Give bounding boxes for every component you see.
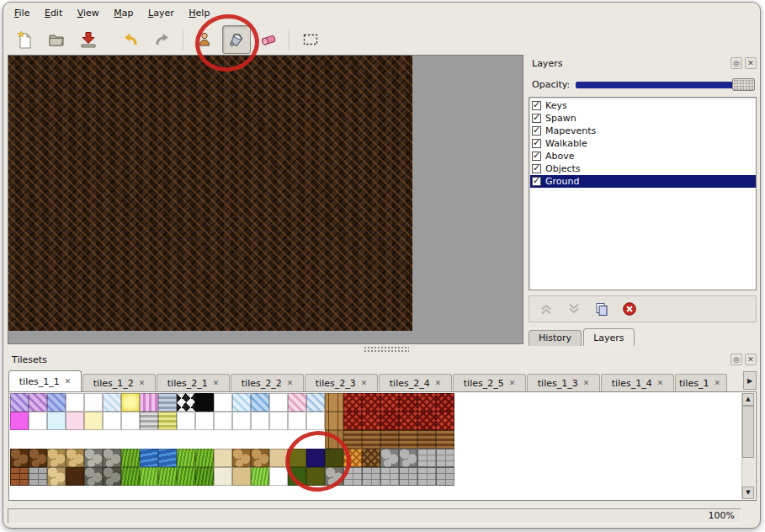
palette-tile[interactable] xyxy=(380,412,399,430)
palette-tile[interactable] xyxy=(269,449,288,467)
tab-close-icon[interactable]: ✕ xyxy=(509,379,516,387)
select-tool-button[interactable] xyxy=(296,25,325,54)
tileset-tab-tiles_2_1[interactable]: tiles_2_1✕ xyxy=(157,374,230,391)
palette-tile[interactable] xyxy=(436,449,454,467)
layer-row-walkable[interactable]: Walkable xyxy=(530,137,756,150)
palette-tile[interactable] xyxy=(177,393,195,412)
move-layer-up-button[interactable] xyxy=(538,301,555,317)
palette-tile[interactable] xyxy=(214,393,232,412)
layer-row-ground[interactable]: Ground xyxy=(530,175,756,188)
palette-tile[interactable] xyxy=(84,393,103,412)
palette-tile[interactable] xyxy=(47,412,66,430)
layer-visibility-checkbox[interactable] xyxy=(532,114,541,123)
palette-tile[interactable] xyxy=(380,393,399,412)
palette-tile[interactable] xyxy=(399,467,417,486)
palette-tile[interactable] xyxy=(140,467,158,486)
menu-file[interactable]: File xyxy=(8,5,35,22)
tab-close-icon[interactable]: ✕ xyxy=(657,379,664,387)
scroll-down-icon[interactable]: ▼ xyxy=(742,487,754,499)
palette-tile[interactable] xyxy=(362,467,380,486)
palette-tile[interactable] xyxy=(84,449,103,467)
close-panel-icon[interactable]: ✕ xyxy=(745,57,757,69)
tab-close-icon[interactable]: ✕ xyxy=(435,379,442,387)
delete-layer-button[interactable] xyxy=(621,301,638,317)
palette-tile[interactable] xyxy=(436,467,454,486)
palette-tile[interactable] xyxy=(232,467,251,486)
palette-tile[interactable] xyxy=(121,449,140,467)
palette-tile[interactable] xyxy=(325,430,343,449)
undo-button[interactable] xyxy=(116,25,145,54)
palette-scrollbar[interactable]: ▲ ▼ xyxy=(741,393,755,499)
tab-layers[interactable]: Layers xyxy=(583,328,634,346)
scrollbar-thumb[interactable] xyxy=(742,406,754,458)
palette-tile[interactable] xyxy=(84,467,103,486)
tileset-tab-tiles_2_2[interactable]: tiles_2_2✕ xyxy=(231,374,304,391)
save-button[interactable] xyxy=(74,25,103,54)
palette-tile[interactable] xyxy=(214,412,232,430)
tileset-tab-tiles_1[interactable]: tiles_1✕ xyxy=(675,374,727,391)
palette-tile[interactable] xyxy=(417,430,436,449)
palette-tile[interactable] xyxy=(10,449,29,467)
palette-tile[interactable] xyxy=(10,393,29,412)
layer-visibility-checkbox[interactable] xyxy=(532,101,541,110)
tileset-tab-tiles_1_2[interactable]: tiles_1_2✕ xyxy=(82,374,156,391)
palette-tile[interactable] xyxy=(66,467,84,486)
layer-row-objects[interactable]: Objects xyxy=(530,162,756,175)
palette-tile[interactable] xyxy=(362,393,380,412)
layer-visibility-checkbox[interactable] xyxy=(532,164,541,173)
palette-tile[interactable] xyxy=(380,449,399,467)
palette-tile[interactable] xyxy=(84,412,103,430)
palette-tile[interactable] xyxy=(47,393,66,412)
tileset-tab-tiles_1_3[interactable]: tiles_1_3✕ xyxy=(527,374,600,391)
palette-tile[interactable] xyxy=(436,430,454,449)
tab-close-icon[interactable]: ✕ xyxy=(714,379,720,387)
palette-tile[interactable] xyxy=(158,449,177,467)
palette-tile[interactable] xyxy=(269,467,288,486)
palette-tile[interactable] xyxy=(325,412,343,430)
tileset-tab-tiles_2_5[interactable]: tiles_2_5✕ xyxy=(453,374,526,391)
layer-row-above[interactable]: Above xyxy=(530,150,756,162)
move-layer-down-button[interactable] xyxy=(566,301,582,317)
menu-edit[interactable]: Edit xyxy=(39,5,68,22)
palette-tile[interactable] xyxy=(177,412,195,430)
tileset-tab-tiles_2_3[interactable]: tiles_2_3✕ xyxy=(305,374,378,391)
palette-tile[interactable] xyxy=(343,449,362,467)
palette-tile[interactable] xyxy=(140,393,158,412)
palette-tile[interactable] xyxy=(121,412,140,430)
palette-tile[interactable] xyxy=(103,449,121,467)
palette-tile[interactable] xyxy=(343,393,362,412)
tileset-tab-tiles_1_1[interactable]: tiles_1_1✕ xyxy=(8,370,82,391)
detach-panel-icon[interactable]: ◎ xyxy=(730,57,742,69)
palette-tile[interactable] xyxy=(306,467,325,486)
tileset-tab-tiles_2_4[interactable]: tiles_2_4✕ xyxy=(379,374,452,391)
palette-tile[interactable] xyxy=(325,449,343,467)
layer-row-spawn[interactable]: Spawn xyxy=(530,112,756,125)
palette-tile[interactable] xyxy=(288,412,306,430)
palette-tile[interactable] xyxy=(121,467,140,486)
tab-close-icon[interactable]: ✕ xyxy=(287,379,294,387)
palette-tile[interactable] xyxy=(399,449,417,467)
palette-tile[interactable] xyxy=(10,467,29,486)
eraser-tool-button[interactable] xyxy=(254,25,283,54)
palette-tile[interactable] xyxy=(232,412,251,430)
palette-tile[interactable] xyxy=(251,412,269,430)
open-button[interactable] xyxy=(42,25,71,54)
tab-close-icon[interactable]: ✕ xyxy=(213,379,220,387)
palette-tile[interactable] xyxy=(362,449,380,467)
palette-tile[interactable] xyxy=(140,412,158,430)
palette-tile[interactable] xyxy=(288,467,306,486)
palette-tile[interactable] xyxy=(66,449,84,467)
palette-tile[interactable] xyxy=(103,393,121,412)
palette-tile[interactable] xyxy=(47,449,66,467)
close-panel-icon[interactable]: ✕ xyxy=(745,354,757,365)
palette-tile[interactable] xyxy=(158,412,177,430)
opacity-slider-handle[interactable] xyxy=(732,78,755,91)
opacity-slider[interactable] xyxy=(576,82,754,88)
palette-tile[interactable] xyxy=(10,412,29,430)
tab-history[interactable]: History xyxy=(529,330,582,346)
palette-tile[interactable] xyxy=(417,393,436,412)
layer-row-keys[interactable]: Keys xyxy=(530,99,756,112)
palette-tile[interactable] xyxy=(195,449,214,467)
palette-tile[interactable] xyxy=(417,412,436,430)
scroll-up-icon[interactable]: ▲ xyxy=(742,393,754,406)
